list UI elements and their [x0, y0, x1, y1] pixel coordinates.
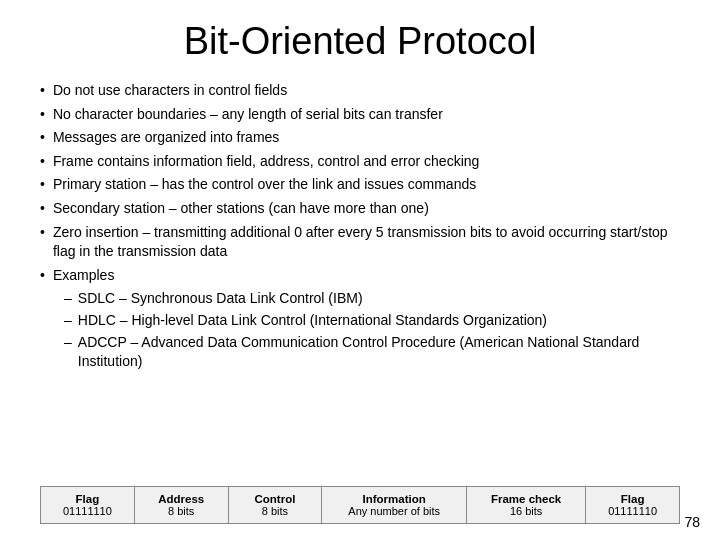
dash-icon: –: [64, 311, 72, 330]
list-item: • Primary station – has the control over…: [40, 175, 680, 195]
bullet-icon: •: [40, 223, 45, 243]
sub-bullet-list: – SDLC – Synchronous Data Link Control (…: [40, 289, 680, 371]
list-item: • Messages are organized into frames: [40, 128, 680, 148]
frame-cell-address: Address 8 bits: [135, 487, 229, 523]
bullet-icon: •: [40, 81, 45, 101]
sub-list-item: – ADCCP – Advanced Data Communication Co…: [64, 333, 680, 371]
bullet-icon: •: [40, 266, 45, 286]
frame-cell-label: Flag: [76, 493, 100, 505]
list-item: • Do not use characters in control field…: [40, 81, 680, 101]
frame-cell-label: Information: [363, 493, 426, 505]
bullet-list: • Do not use characters in control field…: [40, 81, 680, 285]
frame-cell-fcs: Frame check 16 bits: [467, 487, 586, 523]
bullet-icon: •: [40, 175, 45, 195]
bullet-icon: •: [40, 199, 45, 219]
frame-cell-flag2: Flag 01111110: [586, 487, 679, 523]
frame-cell-label: Frame check: [491, 493, 561, 505]
frame-cell-control: Control 8 bits: [229, 487, 323, 523]
bullet-icon: •: [40, 105, 45, 125]
bullet-text: Primary station – has the control over t…: [53, 175, 476, 195]
frame-cell-label: Flag: [621, 493, 645, 505]
bullet-text: Do not use characters in control fields: [53, 81, 287, 101]
list-item: • No character boundaries – any length o…: [40, 105, 680, 125]
dash-icon: –: [64, 333, 72, 352]
page-number: 78: [684, 514, 700, 530]
slide-title: Bit-Oriented Protocol: [40, 20, 680, 63]
frame-cell-value: 01111110: [63, 505, 112, 517]
frame-cell-value: 01111110: [608, 505, 657, 517]
frame-cell-label: Address: [158, 493, 204, 505]
sub-list-item: – HDLC – High-level Data Link Control (I…: [64, 311, 680, 330]
sub-list-item: – SDLC – Synchronous Data Link Control (…: [64, 289, 680, 308]
list-item: • Frame contains information field, addr…: [40, 152, 680, 172]
list-item: • Secondary station – other stations (ca…: [40, 199, 680, 219]
bullet-icon: •: [40, 128, 45, 148]
frame-cell-flag1: Flag 01111110: [41, 487, 135, 523]
bullet-text: No character boundaries – any length of …: [53, 105, 443, 125]
frame-diagram: Flag 01111110 Address 8 bits Control 8 b…: [40, 486, 680, 524]
bullet-text: Messages are organized into frames: [53, 128, 279, 148]
frame-cell-label: Control: [255, 493, 296, 505]
frame-cell-value: 8 bits: [168, 505, 194, 517]
list-item: • Examples: [40, 266, 680, 286]
bullet-text: Examples: [53, 266, 114, 286]
frame-cell-value: Any number of bits: [348, 505, 440, 517]
frame-cell-value: 16 bits: [510, 505, 542, 517]
bullet-icon: •: [40, 152, 45, 172]
sub-bullet-text: HDLC – High-level Data Link Control (Int…: [78, 311, 547, 330]
bullet-text: Frame contains information field, addres…: [53, 152, 479, 172]
dash-icon: –: [64, 289, 72, 308]
content-area: • Do not use characters in control field…: [40, 81, 680, 474]
frame-cell-info: Information Any number of bits: [322, 487, 467, 523]
sub-bullet-text: ADCCP – Advanced Data Communication Cont…: [78, 333, 680, 371]
list-item: • Zero insertion – transmitting addition…: [40, 223, 680, 262]
bullet-text: Zero insertion – transmitting additional…: [53, 223, 680, 262]
bullet-text: Secondary station – other stations (can …: [53, 199, 429, 219]
sub-bullet-text: SDLC – Synchronous Data Link Control (IB…: [78, 289, 363, 308]
frame-cell-value: 8 bits: [262, 505, 288, 517]
